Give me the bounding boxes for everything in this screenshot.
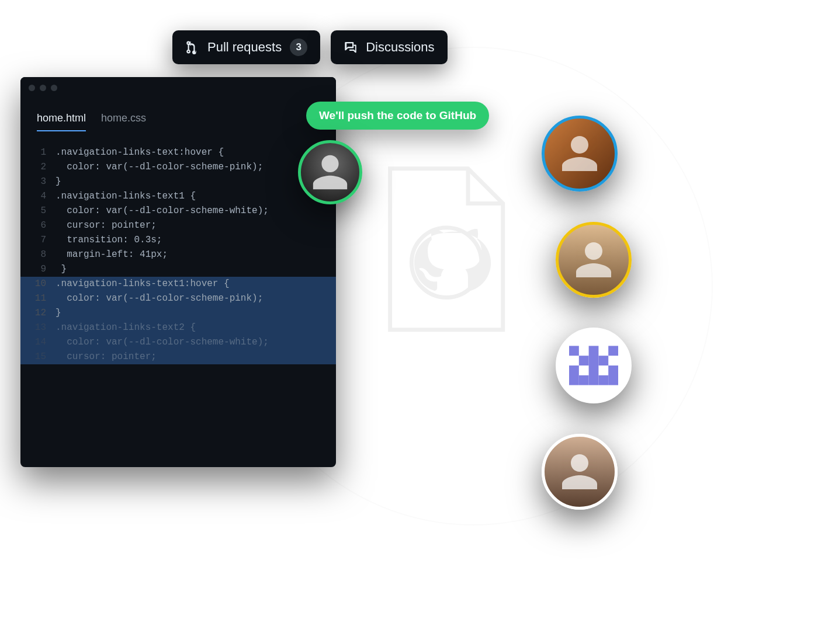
code-line[interactable]: 8 margin-left: 41px; bbox=[20, 248, 336, 262]
code-text: color: var(--dl-color-scheme-white); bbox=[56, 335, 336, 350]
code-line[interactable]: 2 color: var(--dl-color-scheme-pink); bbox=[20, 160, 336, 175]
code-text: .navigation-links-text1 { bbox=[56, 189, 336, 204]
pull-requests-label: Pull requests bbox=[207, 40, 282, 55]
top-nav-tabs: Pull requests 3 Discussions bbox=[172, 30, 448, 64]
line-number: 7 bbox=[20, 233, 56, 248]
code-text: } bbox=[56, 262, 336, 277]
svg-rect-9 bbox=[598, 375, 608, 385]
svg-rect-2 bbox=[608, 346, 618, 356]
collaborator-avatar-4[interactable] bbox=[542, 434, 618, 510]
code-line[interactable]: 5 color: var(--dl-color-scheme-white); bbox=[20, 204, 336, 218]
window-traffic-lights bbox=[20, 77, 336, 98]
code-line[interactable]: 14 color: var(--dl-color-scheme-white); bbox=[20, 335, 336, 350]
code-line[interactable]: 15 cursor: pointer; bbox=[20, 350, 336, 364]
code-text: transition: 0.3s; bbox=[56, 233, 336, 248]
code-line[interactable]: 6 cursor: pointer; bbox=[20, 218, 336, 233]
code-line[interactable]: 13.navigation-links-text2 { bbox=[20, 321, 336, 335]
person-silhouette-icon bbox=[573, 239, 615, 281]
svg-rect-3 bbox=[579, 356, 589, 365]
code-line[interactable]: 10.navigation-links-text1:hover { bbox=[20, 277, 336, 291]
line-number: 5 bbox=[20, 204, 56, 218]
collaborator-avatar-1[interactable] bbox=[542, 116, 618, 192]
line-number: 1 bbox=[20, 145, 56, 160]
code-line[interactable]: 7 transition: 0.3s; bbox=[20, 233, 336, 248]
git-pull-request-icon bbox=[185, 40, 199, 54]
code-text: } bbox=[56, 175, 336, 189]
person-silhouette-icon bbox=[559, 451, 601, 493]
code-text: .navigation-links-text:hover { bbox=[56, 145, 336, 160]
discussions-tab[interactable]: Discussions bbox=[331, 30, 447, 64]
code-line[interactable]: 4.navigation-links-text1 { bbox=[20, 189, 336, 204]
svg-rect-8 bbox=[579, 375, 589, 385]
code-line[interactable]: 11 color: var(--dl-color-scheme-pink); bbox=[20, 291, 336, 306]
code-line[interactable]: 1.navigation-links-text:hover { bbox=[20, 145, 336, 160]
code-text: } bbox=[56, 306, 336, 321]
file-tab-home-css[interactable]: home.css bbox=[101, 112, 146, 131]
file-tab-home-html[interactable]: home.html bbox=[37, 112, 86, 131]
identicon-pattern-icon bbox=[569, 341, 618, 390]
line-number: 3 bbox=[20, 175, 56, 189]
code-editor-window: home.html home.css 1.navigation-links-te… bbox=[20, 77, 336, 467]
editor-file-tabs: home.html home.css bbox=[20, 98, 336, 131]
svg-rect-7 bbox=[608, 365, 618, 385]
line-number: 8 bbox=[20, 248, 56, 262]
person-silhouette-icon bbox=[310, 152, 351, 193]
code-text: color: var(--dl-color-scheme-white); bbox=[56, 204, 336, 218]
collaborator-avatar-2[interactable] bbox=[556, 222, 632, 298]
pull-requests-count-badge: 3 bbox=[290, 39, 307, 56]
pull-requests-tab[interactable]: Pull requests 3 bbox=[172, 30, 320, 64]
github-file-outline-icon bbox=[374, 166, 508, 335]
svg-rect-4 bbox=[598, 356, 608, 365]
window-dot-icon bbox=[40, 85, 46, 91]
person-silhouette-icon bbox=[559, 133, 601, 175]
line-number: 12 bbox=[20, 306, 56, 321]
code-text: color: var(--dl-color-scheme-pink); bbox=[56, 160, 336, 175]
line-number: 6 bbox=[20, 218, 56, 233]
code-text: cursor: pointer; bbox=[56, 218, 336, 233]
code-line[interactable]: 12} bbox=[20, 306, 336, 321]
svg-rect-1 bbox=[569, 346, 579, 356]
line-number: 14 bbox=[20, 335, 56, 350]
primary-user-avatar[interactable] bbox=[298, 140, 362, 204]
code-text: margin-left: 41px; bbox=[56, 248, 336, 262]
line-number: 2 bbox=[20, 160, 56, 175]
line-number: 15 bbox=[20, 350, 56, 364]
line-number: 9 bbox=[20, 262, 56, 277]
tooltip-text: We'll push the code to GitHub bbox=[319, 109, 476, 121]
discussions-label: Discussions bbox=[366, 40, 434, 55]
code-area[interactable]: 1.navigation-links-text:hover {2 color: … bbox=[20, 131, 336, 364]
window-dot-icon bbox=[51, 85, 57, 91]
line-number: 4 bbox=[20, 189, 56, 204]
collaborator-avatar-3-identicon[interactable] bbox=[556, 328, 632, 403]
push-to-github-tooltip: We'll push the code to GitHub bbox=[306, 102, 489, 130]
code-text: .navigation-links-text1:hover { bbox=[56, 277, 336, 291]
svg-rect-6 bbox=[569, 365, 579, 385]
line-number: 10 bbox=[20, 277, 56, 291]
line-number: 13 bbox=[20, 321, 56, 335]
window-dot-icon bbox=[29, 85, 35, 91]
svg-rect-5 bbox=[589, 346, 599, 385]
line-number: 11 bbox=[20, 291, 56, 306]
code-text: cursor: pointer; bbox=[56, 350, 336, 364]
code-line[interactable]: 9 } bbox=[20, 262, 336, 277]
comment-discussion-icon bbox=[344, 40, 358, 54]
code-text: color: var(--dl-color-scheme-pink); bbox=[56, 291, 336, 306]
code-text: .navigation-links-text2 { bbox=[56, 321, 336, 335]
code-line[interactable]: 3} bbox=[20, 175, 336, 189]
